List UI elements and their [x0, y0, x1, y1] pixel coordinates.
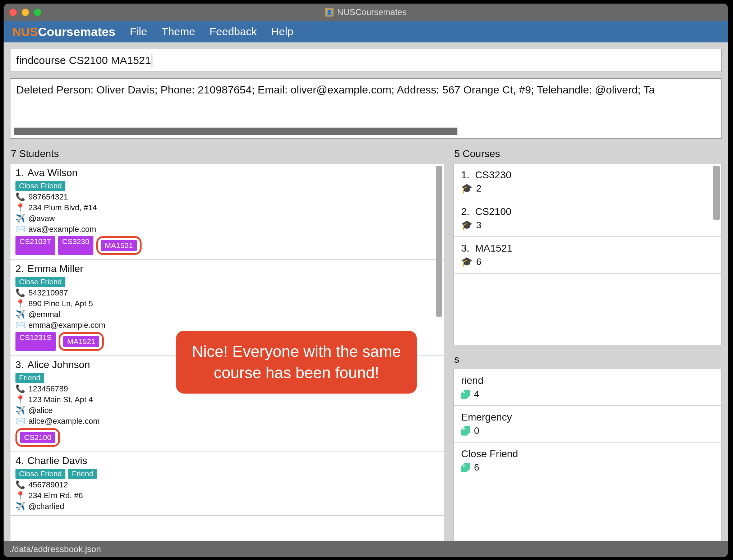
app-icon: 👤: [325, 8, 333, 17]
window-title-text: NUSCoursemates: [337, 7, 406, 17]
student-address: 890 Pine Ln, Apt 5: [28, 299, 93, 308]
course-index: 3.: [461, 243, 469, 254]
course-index: 2.: [461, 206, 469, 217]
tag-card[interactable]: riend 4: [454, 369, 721, 406]
mail-icon: ✉️: [15, 225, 25, 234]
student-icon: 🎓: [461, 183, 472, 194]
student-phone: 123456789: [28, 384, 68, 394]
tag-badge: Close Friend: [15, 181, 65, 191]
close-icon[interactable]: [9, 9, 17, 16]
highlight-ring: MA1521: [96, 236, 142, 255]
tag-icon: [461, 390, 470, 399]
course-row: CS2103T CS3230 MA1521: [15, 236, 439, 255]
course-card[interactable]: 2. CS2100 🎓3: [454, 200, 721, 237]
student-address: 234 Elm Rd, #6: [28, 491, 83, 500]
tag-count: 0: [474, 425, 479, 436]
telegram-icon: ✈️: [15, 310, 25, 319]
highlight-ring: MA1521: [59, 332, 104, 351]
titlebar: 👤 NUSCoursemates: [4, 4, 728, 21]
student-tele: @charlied: [28, 502, 64, 511]
menu-help[interactable]: Help: [271, 26, 294, 38]
horizontal-scrollbar[interactable]: [14, 128, 718, 135]
course-badge: MA1521: [101, 240, 137, 251]
menu-theme[interactable]: Theme: [162, 26, 195, 38]
courses-header: 5 Courses: [453, 146, 722, 163]
pin-icon: 📍: [15, 203, 25, 212]
pin-icon: 📍: [15, 299, 25, 308]
brand: NUSCoursemates: [12, 25, 115, 39]
student-phone: 987654321: [28, 192, 68, 202]
student-icon: 🎓: [461, 256, 472, 267]
tag-badge: Friend: [68, 469, 97, 479]
vertical-scrollbar[interactable]: [436, 166, 442, 317]
app-window: 👤 NUSCoursemates NUSCoursemates File The…: [4, 4, 728, 557]
highlight-ring: CS2100: [15, 428, 60, 447]
command-text: findcourse CS2100 MA1521: [16, 54, 151, 66]
student-name: Ava Wilson: [27, 167, 78, 179]
text-cursor-icon: [152, 54, 152, 67]
course-badge: CS2100: [20, 432, 55, 443]
course-badge: CS1231S: [15, 332, 56, 351]
scrollbar-thumb[interactable]: [14, 128, 457, 135]
courses-panel: 5 Courses 1. CS3230 🎓2 2. CS2100 🎓3 3: [453, 146, 722, 345]
command-input[interactable]: findcourse CS2100 MA1521: [10, 49, 722, 72]
course-code: CS3230: [475, 169, 511, 180]
course-code: CS2100: [475, 206, 511, 217]
menu-file[interactable]: File: [130, 26, 147, 38]
tag-card[interactable]: Close Friend 6: [454, 442, 721, 479]
student-card[interactable]: 4.Charlie Davis Close Friend Friend 📞456…: [10, 451, 444, 516]
student-email: ava@example.com: [28, 225, 96, 234]
course-card[interactable]: 1. CS3230 🎓2: [454, 164, 721, 200]
student-tele: @avaw: [28, 214, 55, 223]
pin-icon: 📍: [15, 491, 25, 500]
courses-list[interactable]: 1. CS3230 🎓2 2. CS2100 🎓3 3. MA1521 🎓6: [453, 163, 722, 345]
student-tele: @alice: [28, 406, 53, 415]
pin-icon: 📍: [15, 395, 25, 404]
mail-icon: ✉️: [15, 417, 25, 426]
minimize-icon[interactable]: [22, 9, 29, 16]
tag-row: Close Friend: [15, 181, 439, 191]
student-index: 2.: [15, 263, 24, 275]
status-path: ./data/addressbook.json: [9, 544, 101, 554]
telegram-icon: ✈️: [15, 502, 25, 511]
menu-feedback[interactable]: Feedback: [209, 26, 257, 38]
student-index: 3.: [15, 359, 24, 371]
students-header: 7 Students: [10, 146, 444, 163]
tags-list[interactable]: riend 4 Emergency 0 Close Friend 6: [453, 369, 722, 541]
course-card[interactable]: 3. MA1521 🎓6: [454, 237, 721, 274]
window-title: 👤 NUSCoursemates: [325, 7, 406, 17]
maximize-icon[interactable]: [34, 9, 41, 16]
tags-panel: s riend 4 Emergency 0 Close Friend 6: [453, 352, 722, 541]
tag-icon: [461, 463, 470, 472]
student-card[interactable]: 1. Ava Wilson Close Friend 📞987654321 📍2…: [10, 164, 444, 260]
student-phone: 543210987: [28, 288, 68, 298]
statusbar: ./data/addressbook.json: [4, 541, 728, 557]
phone-icon: 📞: [15, 480, 25, 490]
course-badge: CS3230: [58, 236, 93, 255]
tag-icon: [461, 426, 470, 436]
telegram-icon: ✈️: [15, 214, 25, 223]
course-index: 1.: [461, 169, 469, 180]
student-address: 234 Plum Blvd, #14: [28, 203, 97, 212]
tag-count: 4: [474, 389, 479, 400]
student-icon: 🎓: [461, 220, 472, 231]
result-display: Deleted Person: Oliver Davis; Phone: 210…: [10, 78, 722, 139]
telegram-icon: ✈️: [15, 406, 25, 415]
tags-header: s: [453, 352, 722, 369]
course-badge: CS2103T: [15, 236, 55, 255]
student-index: 1.: [15, 167, 24, 179]
annotation-callout: Nice! Everyone with the same course has …: [176, 331, 417, 394]
student-email: emma@example.com: [28, 321, 105, 330]
tag-badge: Close Friend: [15, 469, 65, 479]
menubar: NUSCoursemates File Theme Feedback Help: [4, 21, 728, 42]
traffic-lights: [9, 9, 41, 16]
course-badge: MA1521: [63, 336, 99, 347]
vertical-scrollbar[interactable]: [713, 166, 720, 220]
right-column: 5 Courses 1. CS3230 🎓2 2. CS2100 🎓3 3: [453, 146, 722, 541]
course-count: 6: [476, 256, 481, 267]
tag-count: 6: [474, 462, 479, 473]
tag-card[interactable]: Emergency 0: [454, 406, 721, 442]
student-tele: @emmal: [28, 310, 60, 319]
content-area: findcourse CS2100 MA1521 Deleted Person:…: [4, 42, 728, 541]
mail-icon: ✉️: [15, 321, 25, 330]
